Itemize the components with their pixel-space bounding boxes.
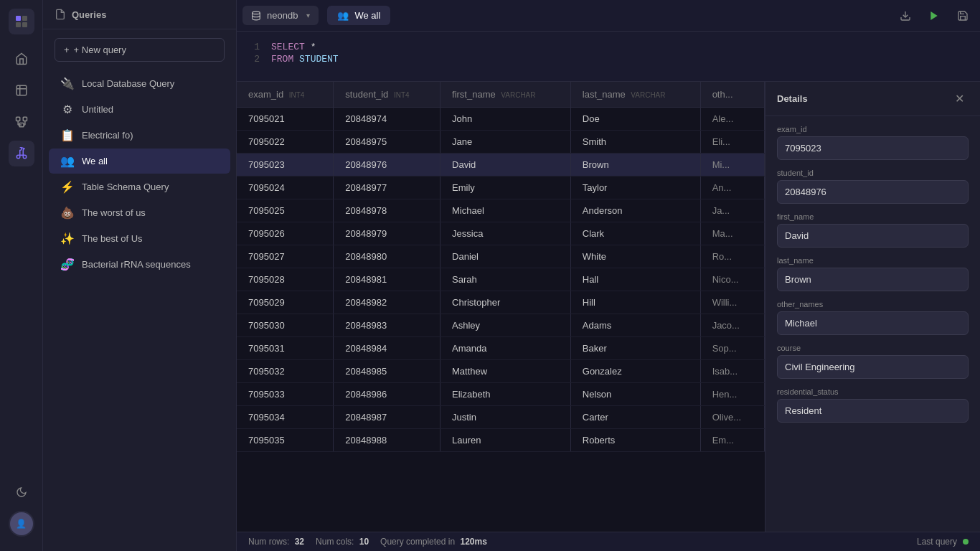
- cell-other: Olive...: [700, 406, 764, 429]
- tab-actions: [894, 4, 974, 27]
- cell-first-name: Jane: [440, 131, 571, 154]
- cell-first-name: Christopher: [440, 291, 571, 314]
- sidebar-item-untitled[interactable]: ⚙Untitled: [49, 97, 230, 122]
- command-icon-btn[interactable]: [9, 141, 34, 166]
- table-row[interactable]: 7095027 20848980 Daniel White Ro...: [237, 245, 765, 268]
- sql-line-2: 2 FROM STUDENT: [248, 54, 969, 65]
- cell-student-id: 20848981: [334, 268, 440, 291]
- sidebar-item-icon-local-db: 🔌: [60, 77, 75, 90]
- table-icon-btn[interactable]: [9, 77, 34, 103]
- last-query-status: Last query: [917, 537, 969, 547]
- table-row[interactable]: 7095030 20848983 Ashley Adams Jaco...: [237, 314, 765, 337]
- cell-first-name: Justin: [440, 406, 571, 429]
- details-title: Details: [777, 93, 808, 104]
- svg-point-14: [253, 11, 260, 14]
- detail-value-other_names[interactable]: Michael: [777, 311, 969, 335]
- cell-student-id: 20848976: [334, 154, 440, 176]
- detail-value-exam_id[interactable]: 7095023: [777, 136, 969, 160]
- sidebar: Queries + + New query 🔌Local Database Qu…: [43, 0, 237, 551]
- table-row[interactable]: 7095035 20848988 Lauren Roberts Em...: [237, 429, 765, 452]
- content-area: exam_id INT4 student_id INT4 first_name …: [237, 82, 980, 532]
- detail-value-last_name[interactable]: Brown: [777, 268, 969, 291]
- cell-exam-id: 7095021: [237, 108, 334, 131]
- sidebar-item-table-schema[interactable]: ⚡Table Schema Query: [49, 174, 230, 199]
- cell-exam-id: 7095026: [237, 222, 334, 245]
- table-row[interactable]: 7095021 20848974 John Doe Ale...: [237, 108, 765, 131]
- user-avatar[interactable]: 👤: [9, 511, 34, 537]
- sidebar-item-icon-bacterial: 🧬: [60, 258, 75, 271]
- download-button[interactable]: [894, 4, 917, 27]
- icon-bar: 👤: [0, 0, 43, 551]
- detail-value-residential_status[interactable]: Resident: [777, 399, 969, 423]
- sidebar-item-electrical[interactable]: 📋Electrical fo): [49, 123, 230, 148]
- cell-exam-id: 7095035: [237, 429, 334, 452]
- cell-exam-id: 7095034: [237, 406, 334, 429]
- sql-editor[interactable]: 1 SELECT * 2 FROM STUDENT: [237, 32, 980, 82]
- table-row[interactable]: 7095034 20848987 Justin Carter Olive...: [237, 406, 765, 429]
- details-close-button[interactable]: ✕: [951, 90, 969, 107]
- sql-content-2: FROM STUDENT: [271, 54, 339, 65]
- cell-last-name: Anderson: [570, 199, 700, 222]
- table-row[interactable]: 7095026 20848979 Jessica Clark Ma...: [237, 222, 765, 245]
- cell-student-id: 20848988: [334, 429, 440, 452]
- db-name: neondb: [267, 10, 298, 21]
- sidebar-item-icon-table-schema: ⚡: [60, 180, 75, 194]
- sql-line-1: 1 SELECT *: [248, 42, 969, 52]
- detail-value-student_id[interactable]: 20848976: [777, 180, 969, 204]
- table-row[interactable]: 7095023 20848976 David Brown Mi...: [237, 154, 765, 176]
- sidebar-item-icon-electrical: 📋: [60, 128, 75, 142]
- table-row[interactable]: 7095031 20848984 Amanda Baker Sop...: [237, 337, 765, 360]
- detail-value-course[interactable]: Civil Engineering: [777, 355, 969, 379]
- table-row[interactable]: 7095025 20848978 Michael Anderson Ja...: [237, 199, 765, 222]
- table-area: exam_id INT4 student_id INT4 first_name …: [237, 82, 765, 532]
- sidebar-header: Queries: [43, 0, 236, 29]
- sidebar-item-local-db[interactable]: 🔌Local Database Query: [49, 71, 230, 96]
- table-row[interactable]: 7095032 20848985 Matthew Gonzalez Isab..…: [237, 360, 765, 383]
- save-button[interactable]: [951, 4, 974, 27]
- cell-last-name: Smith: [570, 131, 700, 154]
- svg-rect-4: [17, 85, 27, 95]
- table-row[interactable]: 7095033 20848986 Elizabeth Nelson Hen...: [237, 383, 765, 406]
- sidebar-item-best-of-us[interactable]: ✨The best of Us: [49, 226, 230, 251]
- table-row[interactable]: 7095028 20848981 Sarah Hall Nico...: [237, 268, 765, 291]
- col-last-name: last_name VARCHAR: [570, 82, 700, 108]
- sidebar-item-we-all[interactable]: 👥We all: [49, 149, 230, 174]
- home-icon-btn[interactable]: [9, 46, 34, 72]
- cell-last-name: Hill: [570, 291, 700, 314]
- detail-label-course: course: [777, 344, 969, 352]
- cell-student-id: 20848975: [334, 131, 440, 154]
- active-tab[interactable]: 👥 We all: [327, 6, 390, 25]
- table-row[interactable]: 7095029 20848982 Christopher Hill Willi.…: [237, 291, 765, 314]
- cell-student-id: 20848980: [334, 245, 440, 268]
- dark-mode-icon-btn[interactable]: [9, 479, 34, 505]
- new-query-button[interactable]: + + New query: [55, 38, 225, 62]
- schema-icon-btn[interactable]: [9, 109, 34, 135]
- sidebar-item-label-worst-of-us: The worst of us: [82, 207, 146, 218]
- detail-label-other_names: other_names: [777, 300, 969, 309]
- sql-content-1: SELECT *: [271, 42, 316, 52]
- cell-other: Ro...: [700, 245, 764, 268]
- new-query-label: + New query: [74, 44, 126, 55]
- cell-student-id: 20848986: [334, 383, 440, 406]
- cell-student-id: 20848983: [334, 314, 440, 337]
- tab-bar: neondb ▾ 👥 We all: [237, 0, 980, 32]
- sidebar-item-label-bacterial: Bacterial rRNA sequences: [82, 259, 191, 270]
- table-row[interactable]: 7095022 20848975 Jane Smith Eli...: [237, 131, 765, 154]
- detail-value-first_name[interactable]: David: [777, 224, 969, 248]
- results-table: exam_id INT4 student_id INT4 first_name …: [237, 82, 765, 452]
- db-selector[interactable]: neondb ▾: [242, 6, 319, 25]
- sidebar-item-worst-of-us[interactable]: 💩The worst of us: [49, 200, 230, 225]
- sidebar-item-bacterial[interactable]: 🧬Bacterial rRNA sequences: [49, 252, 230, 277]
- tab-label: We all: [354, 10, 380, 21]
- detail-field-course: course Civil Engineering: [777, 344, 969, 379]
- svg-rect-3: [22, 22, 27, 27]
- line-number-1: 1: [248, 42, 260, 52]
- cell-first-name: Amanda: [440, 337, 571, 360]
- svg-rect-1: [22, 16, 27, 21]
- table-row[interactable]: 7095024 20848977 Emily Taylor An...: [237, 176, 765, 199]
- cell-student-id: 20848978: [334, 199, 440, 222]
- run-button[interactable]: [923, 4, 946, 27]
- cell-exam-id: 7095027: [237, 245, 334, 268]
- cell-first-name: Ashley: [440, 314, 571, 337]
- cell-last-name: Clark: [570, 222, 700, 245]
